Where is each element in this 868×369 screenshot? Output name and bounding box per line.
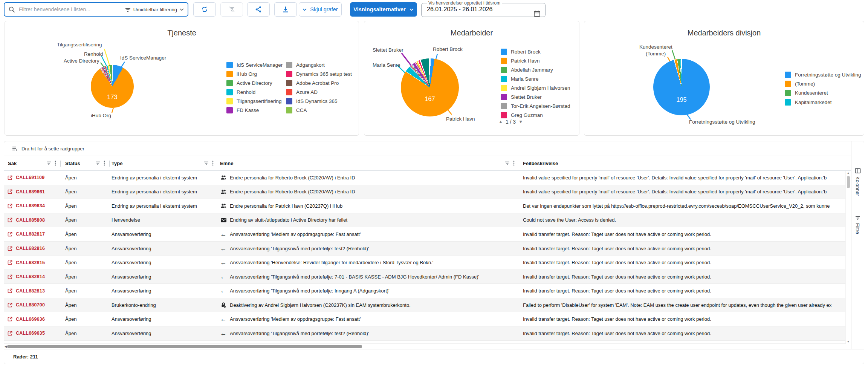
legend-item[interactable]: iHub Org [226, 69, 283, 78]
legend-item[interactable]: Greg Guzman [501, 110, 570, 119]
legend-item[interactable]: Kundesenteret [785, 89, 861, 98]
open-in-new-icon[interactable] [7, 231, 13, 237]
legend-item[interactable]: Patrick Havn [501, 56, 570, 65]
open-in-new-icon[interactable] [7, 288, 13, 294]
row-group-dropzone[interactable]: Dra hit for å sette radgrupper [4, 141, 864, 156]
date-range-value[interactable]: 26.01.2025 - 26.01.2026 [427, 6, 541, 13]
legend-item[interactable]: IdS ServiceManager [226, 60, 283, 69]
table-row[interactable]: CALL689661 Åpen Endring av personalia i … [4, 185, 846, 199]
sak-link[interactable]: CALL685808 [16, 217, 45, 223]
pie-chart[interactable] [653, 59, 710, 115]
sak-link[interactable]: CALL669635 [16, 331, 45, 336]
open-in-new-icon[interactable] [7, 217, 13, 223]
pie-chart[interactable] [91, 65, 134, 108]
legend-item[interactable]: Dynamics 365 setup test [286, 69, 352, 78]
date-range-field[interactable]: Vis henvendelser opprettet i tidsrom 26.… [421, 0, 546, 17]
open-in-new-icon[interactable] [7, 260, 13, 265]
sak-link[interactable]: CALL682813 [16, 288, 45, 294]
scroll-left-icon[interactable]: ◀ [5, 345, 7, 348]
table-row[interactable]: CALL680700 Åpen Brukerkonto-endring Deak… [4, 298, 846, 312]
sak-link[interactable]: CALL682815 [16, 260, 45, 265]
column-header-type[interactable]: Type [110, 156, 218, 170]
legend-item[interactable]: Robert Brock [501, 47, 570, 56]
open-in-new-icon[interactable] [7, 316, 13, 322]
table-row[interactable]: CALL685808 Åpen Henvendelse Endring av s… [4, 213, 846, 228]
table-row[interactable]: CALL669635 Åpen Ansvarsoverføring ← Ansv… [4, 326, 846, 341]
legend-item[interactable]: Renhold [226, 87, 283, 96]
legend-item[interactable]: Abdellah Jammary [501, 65, 570, 74]
column-header-emne[interactable]: Emne [218, 156, 519, 170]
kebab-menu-icon[interactable] [55, 161, 56, 166]
clear-filter-button[interactable] [220, 2, 243, 17]
column-header-status[interactable]: Status [61, 156, 110, 170]
legend-next-icon[interactable]: ▼ [518, 119, 523, 124]
vertical-scrollbar-thumb[interactable] [847, 176, 850, 188]
sak-link[interactable]: CALL689661 [16, 189, 45, 194]
kebab-menu-icon[interactable] [212, 161, 214, 166]
table-row[interactable]: CALL691109 Åpen Endring av personalia i … [4, 171, 846, 185]
open-in-new-icon[interactable] [7, 331, 13, 336]
legend-item[interactable]: Kapitalmarkedet [785, 98, 861, 107]
legend-prev-icon[interactable]: ▲ [498, 119, 503, 124]
table-row[interactable]: CALL682813 Åpen Ansvarsoverføring ← Ansv… [4, 284, 846, 298]
calendar-icon[interactable] [533, 10, 541, 17]
table-row[interactable]: CALL689634 Åpen Endring av personalia i … [4, 199, 846, 213]
legend-item[interactable]: IdS Dynamics 365 [286, 96, 352, 106]
scroll-up-icon[interactable]: ▲ [847, 171, 850, 174]
open-in-new-icon[interactable] [7, 246, 13, 251]
legend-item[interactable]: Active Directory [226, 78, 283, 87]
vertical-scrollbar[interactable]: ▲ ▼ [845, 171, 851, 344]
legend-item[interactable]: FD Kasse [226, 106, 283, 115]
sak-link[interactable]: CALL680700 [16, 302, 45, 308]
immediate-filter-dropdown[interactable]: Umiddelbar filtrering [125, 7, 184, 12]
filter-icon[interactable] [46, 161, 51, 165]
legend-item[interactable]: (Tomme) [785, 79, 861, 88]
open-in-new-icon[interactable] [7, 175, 13, 181]
filter-icon[interactable] [204, 161, 209, 165]
table-row[interactable]: CALL682816 Åpen Ansvarsoverføring ← Ansv… [4, 242, 846, 256]
search-input[interactable] [18, 6, 125, 13]
legend-item[interactable]: Slettet Bruker [501, 92, 570, 101]
refresh-button[interactable] [193, 2, 216, 17]
share-button[interactable] [247, 2, 270, 17]
legend-item[interactable]: Azure AD [286, 87, 352, 96]
sak-link[interactable]: CALL689634 [16, 203, 45, 208]
legend-item[interactable]: Adgangskort [286, 60, 352, 69]
sak-link[interactable]: CALL682817 [16, 231, 45, 237]
legend-item[interactable]: Marla Senre [501, 74, 570, 83]
sak-link[interactable]: CALL669636 [16, 317, 45, 322]
legend-item[interactable]: Tor-Erik Angelsen-Børstad [501, 101, 570, 110]
table-row[interactable]: CALL682815 Åpen Ansvarsoverføring ← Ansv… [4, 256, 846, 270]
filter-icon[interactable] [95, 161, 100, 165]
search-box[interactable]: Umiddelbar filtrering [4, 2, 188, 17]
tab-kolonner[interactable]: Kolonner [855, 168, 861, 196]
download-button[interactable] [274, 2, 297, 17]
open-in-new-icon[interactable] [7, 274, 13, 280]
legend-item[interactable]: Adobe Acrobat Pro [286, 78, 352, 87]
legend-item[interactable]: Tilgangssertifisering [226, 96, 283, 106]
legend-item[interactable]: Forretningsstøtte og Utvikling [785, 70, 861, 79]
open-in-new-icon[interactable] [7, 189, 13, 194]
pie-chart[interactable] [401, 58, 459, 116]
tab-filtre[interactable]: Filtre [855, 216, 860, 234]
column-header-feilbeskrivelse[interactable]: Feilbeskrivelse [519, 156, 846, 170]
sak-link[interactable]: CALL691109 [16, 175, 44, 180]
table-row[interactable]: CALL682817 Åpen Ansvarsoverføring ← Ansv… [4, 227, 846, 242]
column-header-sak[interactable]: Sak [4, 156, 61, 170]
legend-item[interactable]: CCA [286, 106, 352, 115]
horizontal-scrollbar-thumb[interactable] [7, 345, 362, 348]
kebab-menu-icon[interactable] [513, 161, 515, 166]
kebab-menu-icon[interactable] [104, 161, 105, 166]
open-in-new-icon[interactable] [7, 302, 13, 308]
view-options-button[interactable]: Visningsalternativer [350, 2, 417, 17]
scroll-down-icon[interactable]: ▼ [847, 340, 850, 343]
sak-link[interactable]: CALL682816 [16, 246, 45, 251]
table-row[interactable]: CALL682814 Åpen Ansvarsoverføring ← Ansv… [4, 270, 846, 284]
table-row[interactable]: CALL669636 Åpen Ansvarsoverføring ← Ansv… [4, 312, 846, 326]
filter-icon[interactable] [505, 161, 510, 165]
sak-link[interactable]: CALL682814 [16, 274, 45, 279]
hide-charts-button[interactable]: Skjul grafer [299, 2, 342, 17]
horizontal-scrollbar[interactable]: ◀ [4, 343, 846, 349]
legend-item[interactable]: Andrei Sigbjørn Halvorsen [501, 83, 570, 92]
open-in-new-icon[interactable] [7, 203, 13, 209]
